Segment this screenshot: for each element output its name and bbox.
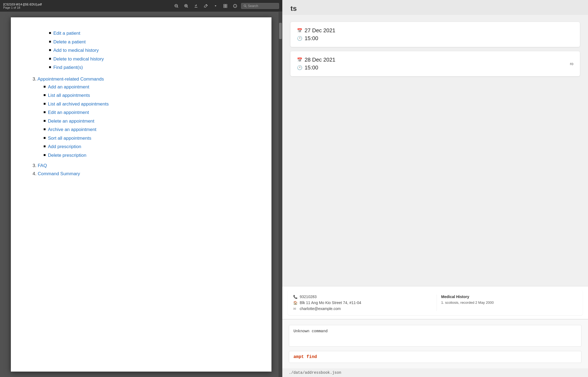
command-input-box[interactable]: ampt find [289,351,581,363]
patient-email-row: ✉ charlotte@example.com [293,306,434,311]
list-item: ■ List all appointments [43,92,255,99]
pdf-page: ■ Edit a patient ■ Delete a patient ■ Ad… [11,17,271,372]
medical-history-section: Medical History 1. scoliosis, recorded 2… [437,295,577,311]
list-item: ■ Add an appointment [43,84,255,91]
pdf-search-box[interactable]: Search [241,3,279,9]
pdf-toolbar: [CS2103-W14-][SE-EDU].pdf Page 1 of 18 i… [0,0,282,12]
section-title-partial: ts [290,4,297,13]
command-output: Unknown command [289,325,581,347]
svg-rect-13 [224,6,225,8]
pdf-info: [CS2103-W14-][SE-EDU].pdf Page 1 of 18 [3,3,170,9]
find-patient-link[interactable]: Find patient(s) [53,64,83,71]
partial-text-ro: ro [570,62,573,66]
pdf-scrollbar-thumb[interactable] [279,23,282,39]
list-item: ■ Edit an appointment [43,109,255,116]
medical-history-item: 1. scoliosis, recorded 2 May 2000 [441,301,577,305]
app-panel: ts 📅 27 Dec 2021 🕐 15:00 📅 28 Dec [282,0,588,377]
pdf-content: ■ Edit a patient ■ Delete a patient ■ Ad… [0,12,282,377]
list-item: ■ Add to medical history [49,47,255,54]
appt-time-2: 15:00 [305,65,318,71]
list-item: ■ Edit a patient [49,30,255,37]
appt-time-1: 15:00 [305,35,318,41]
section3: 3. Appointment-related Commands ■ Add an… [27,76,255,159]
patient-contact-info: 📞 93210283 🏠 Blk 11 Ang Mo Kio Street 74… [293,295,434,311]
appt-date-2: 28 Dec 2021 [305,57,335,63]
appt-date-block-2: 📅 28 Dec 2021 🕐 15:00 [297,57,335,71]
svg-rect-11 [224,4,225,6]
add-medical-history-link[interactable]: Add to medical history [53,47,99,54]
command-area: Unknown command ampt find [282,319,588,368]
list-item: ■ Archive an appointment [43,126,255,133]
command-input-text: ampt find [293,354,317,359]
top-list: ■ Edit a patient ■ Delete a patient ■ Ad… [27,30,255,71]
svg-line-4 [187,7,188,8]
list-appointments-link[interactable]: List all appointments [48,92,90,99]
list-item: ■ Delete to medical history [49,56,255,63]
delete-medical-history-link[interactable]: Delete to medical history [53,56,104,63]
filepath-text: ./data/addressbook.json [282,368,588,377]
delete-prescription-link[interactable]: Delete prescription [48,152,86,159]
appt-date-row-2: 📅 28 Dec 2021 [297,57,335,63]
search-placeholder: Search [248,4,258,8]
email-icon: ✉ [293,307,298,311]
pdf-panel: [CS2103-W14-][SE-EDU].pdf Page 1 of 18 i… [0,0,282,377]
zoom-out-button[interactable] [173,2,180,10]
svg-point-17 [244,5,246,7]
fit-page-button[interactable] [222,2,229,10]
appt-date-row-1: 📅 27 Dec 2021 [297,27,335,34]
patient-section: 📞 93210283 🏠 Blk 11 Ang Mo Kio Street 74… [282,286,588,319]
patient-phone: 93210283 [300,295,317,299]
sort-appointments-link[interactable]: Sort all appointments [48,135,91,142]
appointment-list: ■ Add an appointment ■ List all appointm… [33,84,255,159]
appointment-card-1: 📅 27 Dec 2021 🕐 15:00 [290,22,580,47]
appt-time-row-1: 🕐 15:00 [297,35,335,41]
appointment-card-2: 📅 28 Dec 2021 🕐 15:00 ro [290,51,580,76]
svg-rect-12 [226,4,227,6]
list-item: ■ List all archived appointments [43,101,255,108]
info-button[interactable]: i [231,2,239,10]
svg-marker-10 [215,5,216,7]
dropdown-button[interactable] [212,2,219,10]
list-item: ■ Add prescription [43,143,255,150]
list-item: ■ Delete an appointment [43,118,255,125]
list-item: ■ Find patient(s) [49,64,255,71]
pdf-page-info: Page 1 of 18 [3,6,20,9]
command-summary-link[interactable]: Command Summary [38,171,80,176]
clock-icon: 🕐 [297,36,302,41]
add-prescription-link[interactable]: Add prescription [48,143,81,150]
svg-line-1 [177,7,178,8]
appt-date-1: 27 Dec 2021 [305,27,335,34]
edit-appointment-link[interactable]: Edit an appointment [48,109,89,116]
edit-button[interactable] [202,2,210,10]
edit-patient-link[interactable]: Edit a patient [53,30,80,37]
appointments-header: ts [282,0,588,15]
download-button[interactable] [192,2,200,10]
list-archived-appointments-link[interactable]: List all archived appointments [48,101,109,108]
appointments-list: 📅 27 Dec 2021 🕐 15:00 📅 28 Dec 2021 🕐 15… [282,15,588,286]
patient-address-row: 🏠 Blk 11 Ang Mo Kio Street 74, #11-04 [293,301,434,305]
list-item: ■ Delete prescription [43,152,255,159]
faq-link[interactable]: FAQ [38,163,47,168]
command-summary-item: 4. Command Summary [33,171,255,177]
patient-email: charlotte@example.com [300,306,341,311]
zoom-in-button[interactable] [182,2,190,10]
add-appointment-link[interactable]: Add an appointment [48,84,89,91]
list-item: ■ Sort all appointments [43,135,255,142]
archive-appointment-link[interactable]: Archive an appointment [48,126,96,133]
appt-time-row-2: 🕐 15:00 [297,65,335,71]
pdf-scrollbar[interactable] [279,12,282,377]
calendar-icon-2: 📅 [297,57,302,62]
delete-appointment-link[interactable]: Delete an appointment [48,118,94,125]
delete-patient-link[interactable]: Delete a patient [53,39,86,46]
patient-phone-row: 📞 93210283 [293,295,434,299]
section3-title[interactable]: Appointment-related Commands [37,76,104,82]
clock-icon-2: 🕐 [297,65,302,70]
patient-card: 📞 93210283 🏠 Blk 11 Ang Mo Kio Street 74… [288,290,583,315]
svg-line-18 [246,6,247,7]
command-output-text: Unknown command [293,329,328,333]
pdf-filename: [CS2103-W14-][SE-EDU].pdf [3,3,42,6]
svg-text:i: i [235,5,235,8]
address-icon: 🏠 [293,301,298,305]
faq-item: 3. FAQ [33,163,255,168]
calendar-icon: 📅 [297,28,302,33]
